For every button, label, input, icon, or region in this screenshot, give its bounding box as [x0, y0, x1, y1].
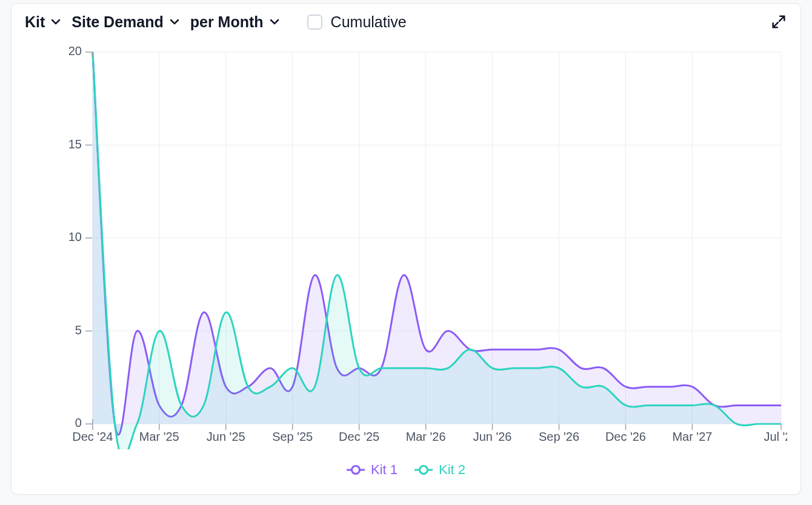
chevron-down-icon	[268, 16, 281, 28]
chart-area: 05101520Dec '24Mar '25Jun '25Sep '25Dec …	[25, 41, 787, 483]
svg-text:20: 20	[68, 44, 82, 58]
line-chart: 05101520Dec '24Mar '25Jun '25Sep '25Dec …	[25, 41, 787, 449]
cumulative-toggle[interactable]: Cumulative	[307, 13, 407, 31]
svg-text:Sep '25: Sep '25	[272, 430, 313, 443]
svg-text:Jun '25: Jun '25	[207, 430, 245, 443]
entity-dropdown[interactable]: Kit	[25, 13, 62, 31]
svg-text:Dec '26: Dec '26	[605, 430, 646, 443]
chart-toolbar: Kit Site Demand per Month Cumulative	[12, 4, 800, 34]
expand-icon	[770, 13, 787, 30]
legend-label: Kit 2	[439, 462, 465, 478]
svg-text:5: 5	[75, 323, 82, 337]
metric-dropdown[interactable]: Site Demand	[72, 13, 180, 31]
svg-text:10: 10	[68, 230, 82, 243]
svg-text:Dec '25: Dec '25	[339, 430, 379, 443]
svg-text:Sep '26: Sep '26	[539, 430, 579, 443]
period-dropdown-label: per Month	[190, 13, 264, 31]
svg-text:Mar '26: Mar '26	[406, 430, 446, 443]
svg-text:Mar '25: Mar '25	[139, 430, 179, 443]
svg-text:0: 0	[75, 416, 82, 429]
svg-text:15: 15	[68, 137, 82, 151]
legend-item-kit1[interactable]: Kit 1	[347, 462, 398, 478]
legend-swatch-icon	[414, 466, 433, 474]
svg-text:Dec '24: Dec '24	[72, 430, 113, 443]
chart-legend: Kit 1 Kit 2	[25, 457, 787, 483]
entity-dropdown-label: Kit	[25, 13, 45, 31]
cumulative-checkbox[interactable]	[307, 15, 322, 30]
period-dropdown[interactable]: per Month	[190, 13, 281, 31]
expand-button[interactable]	[770, 13, 787, 30]
legend-item-kit2[interactable]: Kit 2	[414, 462, 465, 478]
svg-text:Jul '27: Jul '27	[764, 430, 787, 443]
chevron-down-icon	[50, 16, 62, 28]
legend-swatch-icon	[347, 466, 365, 474]
legend-label: Kit 1	[371, 462, 398, 478]
svg-text:Mar '27: Mar '27	[672, 430, 712, 443]
chevron-down-icon	[168, 16, 181, 28]
svg-text:Jun '26: Jun '26	[473, 430, 512, 443]
chart-card: Kit Site Demand per Month Cumulative	[11, 3, 801, 495]
cumulative-label: Cumulative	[331, 13, 407, 31]
metric-dropdown-label: Site Demand	[72, 13, 163, 31]
